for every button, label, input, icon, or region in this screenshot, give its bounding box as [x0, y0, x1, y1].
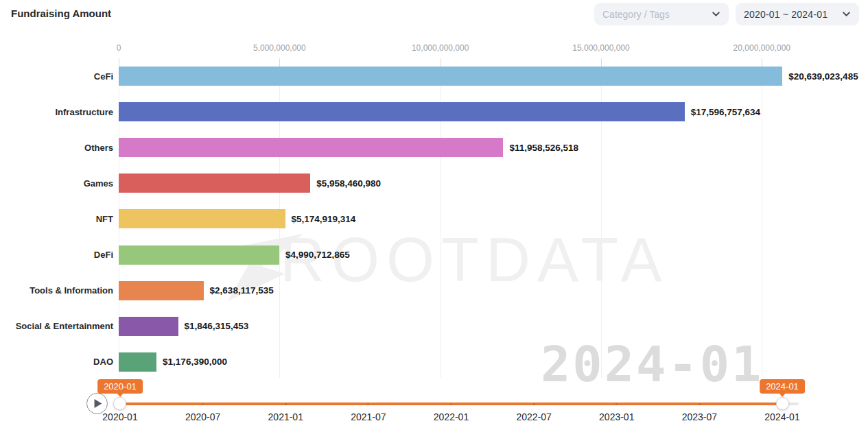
- bar[interactable]: [119, 245, 279, 265]
- chevron-down-icon: [712, 10, 720, 19]
- bar-value-label: $5,174,919,314: [292, 214, 356, 224]
- chevron-down-icon: [842, 10, 851, 19]
- x-axis-tick-mark: [441, 58, 441, 67]
- range-handle-start[interactable]: [113, 397, 126, 410]
- category-label: Games: [0, 178, 113, 189]
- category-label: Infrastructure: [0, 107, 113, 117]
- bar-value-label: $1,846,315,453: [185, 321, 249, 331]
- fundraising-dashboard: Fundraising Amount Category / Tags 2020-…: [0, 0, 868, 432]
- bar-value-label: $11,958,526,518: [509, 143, 578, 153]
- x-axis-tick-label: 5,000,000,000: [253, 43, 306, 53]
- bar[interactable]: [119, 352, 156, 372]
- date-range-value: 2020-01 ~ 2024-01: [744, 9, 828, 20]
- timeline-label: 2021-07: [351, 411, 386, 422]
- bar[interactable]: [119, 138, 503, 157]
- bar-value-label: $2,638,117,535: [210, 285, 274, 296]
- x-axis-tick-mark: [119, 58, 119, 67]
- bar[interactable]: [119, 173, 310, 193]
- category-label: DAO: [0, 357, 113, 367]
- bar-row: Tools & Information$2,638,117,535: [0, 281, 868, 300]
- bar[interactable]: [119, 209, 285, 228]
- page-title: Fundraising Amount: [11, 8, 111, 19]
- bar-value-label: $20,639,023,485: [788, 71, 858, 82]
- bar-row: NFT$5,174,919,314: [0, 209, 868, 228]
- x-axis-tick-mark: [762, 58, 762, 67]
- bar[interactable]: [119, 317, 178, 336]
- category-tags-dropdown[interactable]: Category / Tags: [594, 3, 729, 25]
- bar[interactable]: [119, 67, 782, 86]
- x-axis-tick-label: 10,000,000,000: [412, 43, 469, 53]
- category-label: CeFi: [0, 71, 113, 82]
- category-label: Social & Entertainment: [0, 321, 113, 331]
- timeline-tick-dot: [285, 403, 287, 405]
- play-icon: [94, 399, 102, 408]
- category-label: Others: [0, 143, 113, 153]
- bar-row: Others$11,958,526,518: [0, 138, 868, 157]
- timeline-label: 2023-01: [599, 411, 634, 422]
- bar[interactable]: [119, 102, 685, 121]
- x-axis-tick-mark: [279, 58, 280, 67]
- start-date-badge: 2020-01: [97, 379, 143, 394]
- bar-value-label: $1,176,390,000: [163, 357, 227, 367]
- timeline-tick-dot: [533, 403, 535, 405]
- timeline-tick-dot: [699, 403, 701, 405]
- category-tags-placeholder: Category / Tags: [602, 9, 670, 20]
- end-date-badge: 2024-01: [760, 379, 805, 394]
- timeline-label: 2020-01: [102, 411, 137, 422]
- timeline-label: 2024-01: [764, 411, 799, 422]
- bar[interactable]: [119, 281, 204, 300]
- timeline-label: 2022-07: [516, 411, 551, 422]
- timeline-tick-dot: [450, 403, 452, 405]
- bar-row: Infrastructure$17,596,757,634: [0, 102, 868, 121]
- bar-row: Social & Entertainment$1,846,315,453: [0, 317, 868, 336]
- date-range-dropdown[interactable]: 2020-01 ~ 2024-01: [736, 3, 859, 25]
- category-label: DeFi: [0, 250, 113, 260]
- bar-row: DAO$1,176,390,000: [0, 352, 868, 372]
- category-label: Tools & Information: [0, 285, 113, 296]
- bar-row: Games$5,958,460,980: [0, 173, 868, 193]
- timeline-label: 2022-01: [434, 411, 469, 422]
- bar-row: DeFi$4,990,712,865: [0, 245, 868, 265]
- bar-row: CeFi$20,639,023,485: [0, 67, 868, 86]
- range-handle-end[interactable]: [776, 397, 789, 410]
- x-axis-tick-label: 0: [117, 43, 121, 53]
- timeline-label: 2021-01: [268, 411, 303, 422]
- timeline-label: 2020-07: [185, 411, 220, 422]
- x-axis-tick-mark: [601, 58, 602, 67]
- x-axis-tick-label: 15,000,000,000: [572, 43, 629, 53]
- bar-value-label: $17,596,757,634: [691, 107, 760, 117]
- bar-chart: ROOTDATA 2024-01 05,000,000,00010,000,00…: [0, 38, 868, 381]
- timeline-label: 2023-07: [682, 411, 717, 422]
- category-label: NFT: [0, 214, 113, 224]
- bar-value-label: $4,990,712,865: [285, 250, 350, 260]
- x-axis-tick-label: 20,000,000,000: [734, 43, 790, 53]
- bar-value-label: $5,958,460,980: [316, 178, 381, 189]
